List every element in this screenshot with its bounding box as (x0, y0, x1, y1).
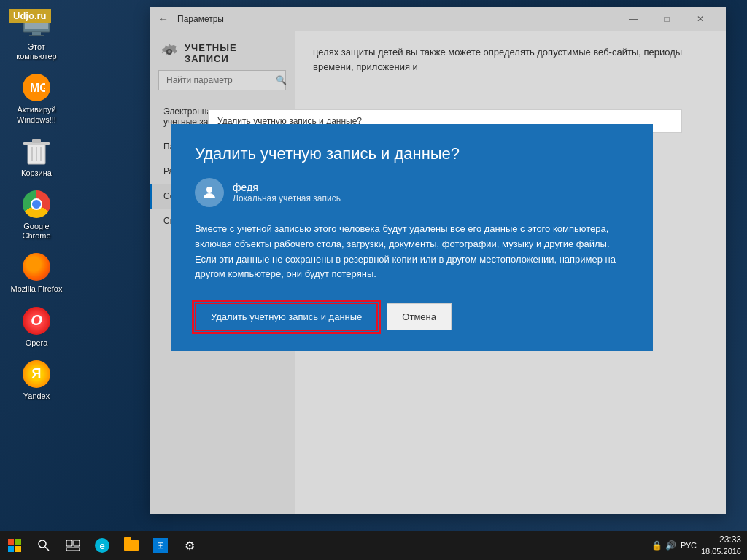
svg-rect-18 (66, 540, 72, 546)
trash-label: Корзина (21, 168, 52, 178)
confirm-delete-button[interactable]: Удалить учетную запись и данные (195, 303, 378, 331)
dialog-description-text: Вместе с учетной записью этого человека … (195, 222, 630, 282)
yandex-label: Yandex (23, 392, 50, 401)
network-icon: 🔒 (651, 540, 662, 551)
user-details: федя Локальная учетная запись (233, 182, 341, 203)
search-taskbar-button[interactable] (29, 531, 58, 560)
firefox-icon (22, 252, 51, 281)
desktop-icon-win-activate[interactable]: MG АктивируйWindows!!! (7, 70, 66, 127)
udjo-logo: Udjo.ru (9, 9, 51, 23)
taskbar: e ⊞ ⚙ 🔒 🔊 РУС 23:33 18.05.2016 (0, 531, 747, 560)
delete-account-dialog: Удалить учетную запись и данные? федя Ло… (171, 124, 653, 351)
svg-rect-19 (74, 540, 80, 546)
edge-taskbar-icon[interactable]: e (88, 531, 117, 560)
folder-taskbar-icon[interactable] (117, 531, 146, 560)
yandex-icon: Я (22, 359, 51, 389)
desktop: Udjo.ru Этоткомпьютер MG АктивируйWindow… (0, 0, 747, 560)
svg-rect-14 (8, 546, 14, 552)
time-display: 23:33 (701, 534, 741, 546)
volume-icon: 🔊 (665, 540, 676, 551)
chrome-label: Google Chrome (10, 222, 63, 241)
cancel-button[interactable]: Отмена (387, 303, 452, 330)
chrome-icon (22, 190, 51, 219)
svg-line-17 (45, 547, 49, 551)
svg-rect-20 (66, 548, 80, 551)
opera-icon: O (22, 306, 51, 335)
win-activate-label: АктивируйWindows!!! (17, 105, 56, 124)
clock: 23:33 18.05.2016 (701, 534, 741, 556)
desktop-icon-firefox[interactable]: Mozilla Firefox (7, 249, 66, 297)
desktop-icon-opera[interactable]: O Opera (7, 303, 66, 351)
desktop-icon-trash[interactable]: Корзина (7, 133, 66, 181)
date-display: 18.05.2016 (701, 546, 741, 556)
dialog-overlay: Удалить учетную запись и данные? Удалить… (150, 7, 726, 514)
dialog-title: Удалить учетную запись и данные? (195, 144, 630, 163)
store-taskbar-icon[interactable]: ⊞ (146, 531, 175, 560)
this-pc-label: Этоткомпьютер (16, 42, 56, 61)
start-button[interactable] (0, 531, 29, 560)
svg-rect-15 (15, 546, 21, 552)
dialog-user-info: федя Локальная учетная запись (195, 178, 630, 207)
settings-taskbar-icon[interactable]: ⚙ (175, 531, 204, 560)
svg-rect-13 (15, 539, 21, 545)
svg-rect-12 (8, 539, 14, 545)
user-avatar (195, 178, 224, 207)
username: федя (233, 182, 341, 193)
system-tray: 🔒 🔊 (651, 540, 676, 551)
svg-text:MG: MG (30, 82, 45, 94)
firefox-label: Mozilla Firefox (11, 284, 63, 294)
task-view-button[interactable] (58, 531, 88, 560)
desktop-icon-chrome[interactable]: Google Chrome (7, 187, 66, 244)
svg-rect-7 (32, 139, 41, 143)
settings-window: ← Параметры — □ ✕ УЧЕТНЫЕ ЗАП (150, 7, 726, 514)
opera-label: Opera (26, 338, 48, 348)
svg-rect-3 (29, 35, 44, 36)
svg-point-16 (39, 540, 46, 548)
desktop-icons: Этоткомпьютер MG АктивируйWindows!!! (7, 7, 66, 404)
taskbar-right: 🔒 🔊 РУС 23:33 18.05.2016 (651, 534, 747, 556)
winact-icon: MG (22, 73, 51, 102)
user-account-type: Локальная учетная запись (233, 193, 341, 203)
lang-indicator: РУС (681, 541, 697, 550)
dialog-actions: Удалить учетную запись и данные Отмена (195, 303, 630, 331)
svg-point-11 (206, 187, 212, 192)
svg-rect-2 (32, 32, 41, 35)
trash-icon (22, 136, 51, 166)
desktop-icon-yandex[interactable]: Я Yandex (7, 357, 66, 404)
